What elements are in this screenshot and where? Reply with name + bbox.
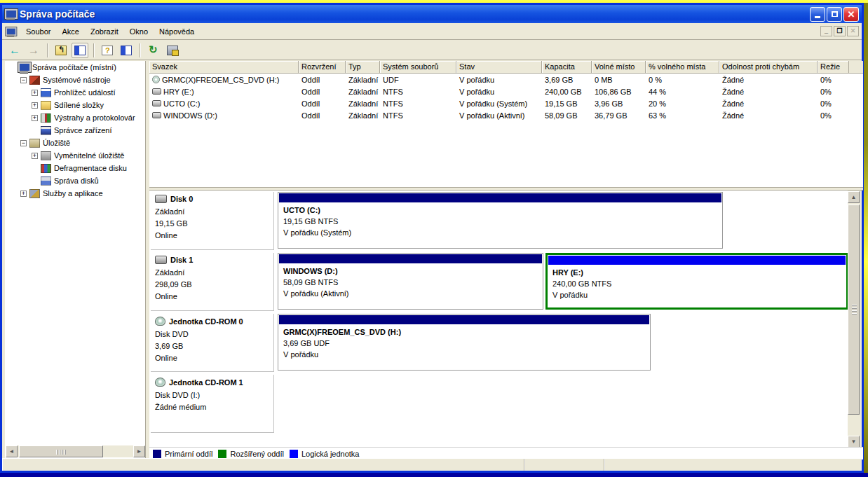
expand-icon[interactable]: +: [32, 153, 38, 159]
expand-icon[interactable]: +: [20, 191, 27, 197]
column-header-typ[interactable]: Typ: [346, 61, 380, 73]
cell-volnmsto: 0 MB: [592, 76, 646, 84]
scrollbar-track[interactable]: [18, 445, 133, 457]
column-header-stav[interactable]: Stav: [456, 61, 542, 73]
disk-header[interactable]: Jednotka CD-ROM 1Disk DVD (I:)Žádné médi…: [151, 375, 274, 433]
tree-item-label: Správce zařízení: [54, 126, 112, 134]
partition-label: WINDOWS (D:): [283, 265, 543, 277]
scroll-left-button[interactable]: ◄: [6, 445, 18, 457]
back-button[interactable]: ←: [6, 43, 23, 58]
column-header-reie[interactable]: Režie: [818, 61, 849, 73]
graph-vertical-scrollbar[interactable]: ▲ ▼: [848, 191, 860, 448]
partition-uctoc[interactable]: UCTO (C:)19,15 GB NTFSV pořádku (Systém): [278, 192, 723, 249]
tree-item-label: Výstrahy a protokolovár: [54, 113, 135, 122]
child-restore-button[interactable]: ❐: [834, 26, 846, 36]
close-button[interactable]: ✕: [843, 7, 859, 22]
table-row[interactable]: HRY (E:)OddílZákladníNTFSV pořádku240,00…: [149, 85, 863, 97]
partition-label: GRMC(X)FREOEM_CS_DVD (H:): [283, 326, 650, 338]
properties-button[interactable]: [99, 43, 116, 58]
child-minimize-button[interactable]: _: [820, 26, 832, 36]
disk-name: Jednotka CD-ROM 0: [169, 317, 243, 326]
tree-item-label: Prohlížeč událostí: [54, 88, 115, 97]
scroll-right-button[interactable]: ►: [133, 445, 145, 457]
cell-volnhomsta: 63 %: [646, 111, 719, 120]
menu-akce[interactable]: Akce: [56, 25, 84, 38]
cell-systmsoubor: UDF: [380, 76, 456, 84]
partition-hrye[interactable]: HRY (E:)240,00 GB NTFSV pořádku: [545, 253, 848, 310]
cell-rozvren: Oddíl: [299, 88, 346, 96]
tree-item-label: Vyměnitelné úložiště: [54, 151, 124, 160]
column-header-svazek[interactable]: Svazek: [149, 61, 299, 73]
tree-horizontal-scrollbar[interactable]: ◄ ►: [6, 445, 145, 457]
disk-icon: [152, 88, 161, 95]
tree-item-perf[interactable]: +Výstrahy a protokolovár: [5, 111, 145, 124]
partition-windowsd[interactable]: WINDOWS (D:)58,09 GB NTFSV pořádku (Akti…: [278, 253, 543, 310]
tree-item-defrag[interactable]: +Defragmentace disku: [5, 162, 145, 174]
column-header-kapacita[interactable]: Kapacita: [542, 61, 592, 73]
tree-item-label: Systémové nástroje: [43, 76, 111, 84]
tree-item-services[interactable]: +Služby a aplikace: [5, 187, 145, 200]
collapse-icon[interactable]: −: [20, 77, 27, 83]
tree-item-event[interactable]: +Prohlížeč událostí: [5, 86, 145, 99]
minimize-button[interactable]: [810, 7, 825, 22]
table-row[interactable]: GRMC(X)FREOEM_CS_DVD (H:)OddílZákladníUD…: [149, 74, 863, 85]
menu-soubor[interactable]: Soubor: [20, 25, 56, 38]
disk-management-view-button[interactable]: [164, 43, 181, 58]
toolbar-separator: [93, 43, 94, 57]
disk-header[interactable]: Jednotka CD-ROM 0Disk DVD3,69 GBOnline: [151, 314, 274, 372]
cell-svazek: HRY (E:): [149, 88, 299, 96]
back-arrow-icon: ←: [9, 43, 20, 57]
scrollbar-thumb[interactable]: [19, 445, 103, 457]
column-header-systmsoubor[interactable]: Systém souborů: [380, 61, 456, 73]
panes-icon: [121, 46, 132, 55]
disk-icon: [155, 256, 167, 264]
tools-icon: [29, 76, 40, 85]
tree-item-storage[interactable]: −Úložiště: [5, 137, 145, 149]
cell-volnhomsta: 20 %: [646, 99, 719, 108]
computer-management-window: Správa počítače ✕ SouborAkceZobrazitOkno…: [0, 3, 864, 473]
scrollbar-thumb[interactable]: [848, 205, 860, 415]
refresh-button[interactable]: [145, 43, 162, 58]
collapse-icon[interactable]: −: [20, 140, 27, 146]
up-one-level-button[interactable]: [53, 43, 69, 58]
menu-zobrazit[interactable]: Zobrazit: [85, 25, 124, 38]
expand-icon[interactable]: +: [32, 102, 38, 109]
tree-item-shared[interactable]: +Sdílené složky: [5, 99, 145, 111]
scroll-down-button[interactable]: ▼: [848, 436, 860, 448]
partition-status: V pořádku: [283, 349, 650, 360]
computer-icon: [18, 62, 29, 72]
disk-header[interactable]: Disk 0Základní19,15 GBOnline: [151, 192, 274, 250]
status-segment: [604, 459, 862, 471]
disk-header[interactable]: Disk 1Základní298,09 GBOnline: [151, 253, 274, 311]
show-hide-panes-button[interactable]: [118, 43, 135, 58]
partition-size: 19,15 GB NTFS: [283, 216, 722, 227]
table-row[interactable]: UCTO (C:)OddílZákladníNTFSV pořádku (Sys…: [149, 97, 863, 109]
menu-okno[interactable]: Okno: [124, 25, 154, 38]
volume-list-header: SvazekRozvrženíTypSystém souborůStavKapa…: [149, 61, 863, 74]
tree-item-tools[interactable]: −Systémové nástroje: [5, 74, 145, 86]
cell-stav: V pořádku (Systém): [456, 99, 542, 108]
column-header-volnhomsta[interactable]: % volného místa: [646, 61, 719, 73]
tree-item-diskmgmt[interactable]: +Správa disků: [5, 174, 145, 187]
tree-item-computer[interactable]: +Správa počítače (místní): [5, 61, 145, 74]
tree-item-removable[interactable]: +Vyměnitelné úložiště: [5, 149, 145, 162]
scrollbar-track[interactable]: [848, 203, 860, 436]
cd-icon: [155, 317, 165, 326]
column-header-rozvren[interactable]: Rozvržení: [299, 61, 346, 73]
title-bar[interactable]: Správa počítače ✕: [2, 5, 862, 23]
legend-item: Rozšířený oddíl: [218, 450, 283, 458]
column-header-volnmsto[interactable]: Volné místo: [592, 61, 646, 73]
maximize-button[interactable]: [827, 7, 842, 22]
column-header-odolnostprotichybm[interactable]: Odolnost proti chybám: [719, 61, 818, 73]
scroll-up-button[interactable]: ▲: [848, 191, 860, 203]
expand-icon[interactable]: +: [32, 115, 38, 121]
partition-grmcxfreoemcsdvdh[interactable]: GRMC(X)FREOEM_CS_DVD (H:)3,69 GB UDFV po…: [278, 314, 651, 371]
cell-reie: 0%: [818, 76, 849, 84]
expand-icon[interactable]: +: [32, 90, 38, 96]
tree-item-devmgr[interactable]: +Správce zařízení: [5, 124, 145, 137]
menu-npovda[interactable]: Nápověda: [154, 25, 200, 38]
forward-button[interactable]: →: [25, 43, 42, 58]
disk-name-line: Jednotka CD-ROM 1: [155, 378, 272, 387]
table-row[interactable]: WINDOWS (D:)OddílZákladníNTFSV pořádku (…: [149, 109, 863, 121]
show-console-tree-button[interactable]: [72, 43, 88, 58]
